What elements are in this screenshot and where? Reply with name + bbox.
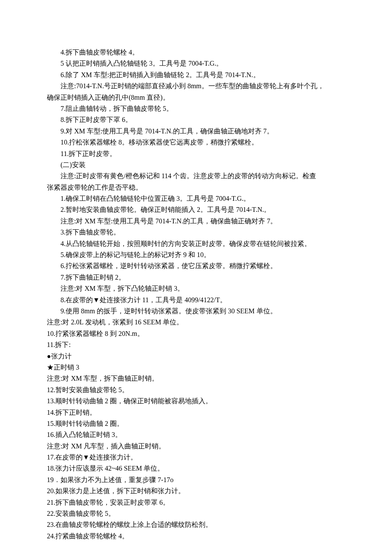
text-line: 注意:对 XM 车型:使用工具号是 7014-T.N.的工具，确保曲轴正确对齐 …	[47, 216, 345, 227]
text-line: 注意:正时皮带有黄色/橙色标记和 114 个齿。注意皮带上的皮带的转动方向标记。…	[47, 171, 345, 182]
text-line: 8.在皮带的▼处连接张力计 11，工具号是 4099/4122/T。	[47, 295, 345, 306]
text-line: 7.阻止曲轴转动，拆下曲轴皮带轮 5。	[47, 103, 345, 114]
text-line: 3.拆下曲轴皮带轮。	[47, 227, 345, 238]
text-line: ●张力计	[47, 351, 345, 362]
text-line: 注意:7014-T.N.号正时销的端部直径减小到 8mm。一些车型的曲轴皮带轮上…	[47, 81, 345, 92]
text-line: 15.顺时针转动曲轴 2 圈。	[47, 418, 345, 429]
text-line: 4.从凸轮轴链轮开始，按照顺时针的方向安装正时皮带。确保皮带在链轮间被拉紧。	[47, 238, 345, 249]
text-line: 确保正时销插入正确的孔中(8mm 直径)。	[47, 92, 345, 103]
text-line: (二)安装	[47, 159, 345, 171]
text-line: 5.确保皮带上的标记与链轮上的标记对齐 9 和 10。	[47, 249, 345, 260]
text-line: 注意:对 XM 凡车型，插入曲轴正时销。	[47, 441, 345, 452]
text-line: 6.除了 XM 车型:把正时销插入到曲轴链轮 2。工具号是 7014-T.N.。	[47, 69, 345, 81]
text-line: 注意:对 XM 车型，拆下凸轮轴正时销 3。	[47, 283, 345, 294]
text-line: 9.使用 8mm 的扳手，逆时针转动张紧器。使皮带张紧到 30 SEEM 单位。	[47, 306, 345, 317]
text-line: 11.拆下:	[47, 339, 345, 350]
text-line: 18.张力计应该显示 42~46 SEEM 单位。	[47, 463, 345, 474]
text-line: 2.暂时地安装曲轴皮带轮。确保正时销能插入 2。工具号是 7014-T.N.。	[47, 204, 345, 215]
text-line: 21.拆下曲轴皮带轮，安装正时皮带罩 6。	[47, 497, 345, 508]
text-line: 6.拧松张紧器螺栓，逆时针转动张紧器，使它压紧皮带。稍微拧紧螺栓。	[47, 260, 345, 272]
text-line: 20.如果张力是上述值，拆下正时销和张力计。	[47, 486, 345, 497]
text-line: 10.拧松张紧器螺栓 8。移动张紧器使它远离皮带，稍微拧紧螺栓。	[47, 137, 345, 148]
text-line: 注意:对 2.0L 发动机，张紧到 16 SEEM 单位。	[47, 317, 345, 328]
text-line: 1.确保工时销在凸轮轴链轮中位置正确 3。工具号是 7004-T.G.。	[47, 193, 345, 204]
text-line: 10.拧紧张紧器螺栓 8 到 20N.m。	[47, 328, 345, 339]
text-line: 22.安装曲轴皮带轮 5。	[47, 508, 345, 519]
text-line: 16.插入凸轮轴正时销 3。	[47, 429, 345, 440]
text-line: 注意:对 XM 车型，拆下曲轴正时销。	[47, 373, 345, 384]
text-line: 13.顺时针转动曲轴 2 圈，确保正时销能被容易地插入。	[47, 396, 345, 407]
text-line: 24.拧紧曲轴皮带轮螺栓 4。	[47, 531, 345, 542]
text-line: 11.拆下正时皮带。	[47, 148, 345, 159]
text-line: ★正时销 3	[47, 362, 345, 373]
text-line: 5 认把正时销插入凸轮轴链轮 3。工具号是 7004-T.G.。	[47, 58, 345, 69]
document-page: 4.拆下曲轴皮带轮螺栓 4。5 认把正时销插入凸轮轴链轮 3。工具号是 7004…	[0, 0, 392, 555]
text-line: 23.在曲轴皮带轮螺栓的螺纹上涂上合适的螺纹防松剂。	[47, 519, 345, 530]
text-line: 17.在皮带的▼处连接张力计。	[47, 452, 345, 463]
text-line: 19．如果张力不为上述值，重复步骤 7-17o	[47, 474, 345, 486]
text-line: 12.暂时安装曲轴皮带轮 5。	[47, 384, 345, 396]
text-line: 4.拆下曲轴皮带轮螺栓 4。	[47, 47, 345, 58]
text-line: 7.拆下曲轴正时销 2。	[47, 272, 345, 283]
text-line: 张紧器皮带轮的工作是否平稳。	[47, 182, 345, 193]
text-line: 9.对 XM 车型:使用工具号是 7014-T.N.的工具，确保曲轴正确地对齐 …	[47, 126, 345, 137]
text-line: 14.拆下正时销。	[47, 407, 345, 418]
text-line: 8.拆下正时皮带下罩 6。	[47, 114, 345, 125]
